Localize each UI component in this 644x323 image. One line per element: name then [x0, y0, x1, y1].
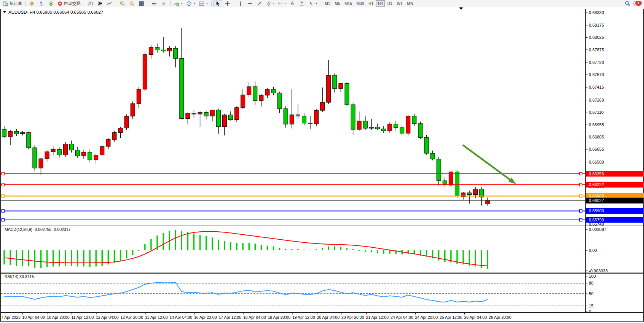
svg-text:7 Apr 2023: 7 Apr 2023 — [1, 315, 21, 320]
toolbar-separator — [148, 1, 148, 6]
svg-text:100: 100 — [589, 274, 596, 278]
indicators-button[interactable]: ▼ — [172, 0, 184, 7]
support-line-blue-2[interactable] — [1, 219, 585, 221]
arrow-objects-button[interactable]: ▼ — [307, 0, 319, 7]
chart-canvas[interactable]: 0.683300.681750.680250.678750.677200.675… — [0, 7, 644, 323]
macd-axis: 0.0030870.00-0.003033 — [586, 227, 608, 273]
svg-text:0.65790: 0.65790 — [589, 218, 604, 222]
line-handle — [580, 172, 582, 175]
timeframe-button-w1[interactable]: W1 — [395, 0, 405, 7]
timeframe-bar: M1M5M15M30H1H4D1W1MN — [323, 0, 415, 7]
mt4-terminal-window: { "toolbar": { "new_order": "新订单", "auto… — [0, 0, 644, 323]
timeframe-button-h4[interactable]: H4 — [376, 0, 385, 7]
svg-text:0.67415: 0.67415 — [589, 85, 604, 89]
timeframe-button-d1[interactable]: D1 — [386, 0, 394, 7]
shift-marker-icon[interactable] — [459, 8, 463, 10]
zoom-in-icon — [120, 1, 125, 6]
timeframe-button-m1[interactable]: M1 — [323, 0, 332, 7]
line-chart-button[interactable] — [105, 0, 114, 7]
svg-text:24 Apr 04:00: 24 Apr 04:00 — [391, 315, 413, 320]
date-axis: 7 Apr 202310 Apr 04:0010 Apr 20:0011 Apr… — [1, 313, 512, 320]
channel-letter: E — [273, 2, 274, 5]
price-label-0.65900: 0.65900 — [586, 208, 644, 214]
candles — [2, 28, 490, 206]
resistance-line-1[interactable] — [1, 172, 585, 175]
svg-text:18 Apr 04:00: 18 Apr 04:00 — [243, 315, 266, 320]
timeframe-button-h1[interactable]: H1 — [367, 0, 375, 7]
svg-text:0.66655: 0.66655 — [589, 147, 604, 151]
timeframe-button-m30[interactable]: M30 — [355, 0, 366, 7]
new-order-button[interactable]: 新订单 — [2, 0, 23, 7]
svg-text:0.66356: 0.66356 — [589, 172, 604, 176]
trendline-button[interactable] — [255, 0, 264, 7]
candlestick-chart-icon — [97, 1, 103, 6]
auto-trading-button[interactable]: 自动交易 — [56, 0, 82, 7]
text-button[interactable]: A — [288, 0, 297, 7]
line-handle — [2, 172, 5, 175]
trend-arrow-object[interactable] — [463, 145, 516, 184]
toolbar-separator — [321, 1, 321, 6]
svg-text:0.66805: 0.66805 — [589, 135, 604, 139]
timeframe-button-m5[interactable]: M5 — [333, 0, 342, 7]
chart-shift-icon — [161, 1, 167, 6]
svg-text:15: 15 — [589, 304, 593, 308]
trendline-icon — [257, 1, 262, 6]
svg-text:21 Apr 12:00: 21 Apr 12:00 — [366, 315, 389, 320]
toolbar-separator — [170, 1, 171, 6]
toolbar-separator — [116, 1, 116, 6]
fibonacci-button[interactable]: F — [276, 0, 287, 7]
macd-label: MACD(12,26,9) -0.002755 -0.002317 — [5, 227, 71, 232]
svg-text:10 Apr 20:00: 10 Apr 20:00 — [47, 315, 70, 320]
auto-scroll-button[interactable] — [150, 0, 159, 7]
channel-button[interactable]: E — [265, 0, 276, 7]
chevron-down-icon: ▼ — [181, 2, 183, 5]
line-handle — [580, 183, 582, 186]
broadcast-button[interactable] — [46, 0, 55, 7]
cursor-button[interactable] — [214, 0, 222, 7]
svg-text:T: T — [301, 2, 303, 5]
svg-text:12 Apr 04:00: 12 Apr 04:00 — [96, 315, 119, 320]
svg-text:0.003087: 0.003087 — [589, 227, 606, 232]
svg-text:-0.003033: -0.003033 — [589, 269, 608, 273]
chat-button[interactable]: 1 — [633, 0, 642, 7]
crosshair-button[interactable] — [223, 0, 232, 7]
periods-button[interactable]: ▼ — [185, 0, 197, 7]
svg-text:17 Apr 12:00: 17 Apr 12:00 — [219, 315, 242, 320]
line-handle — [2, 195, 5, 197]
toolbar-separator — [211, 1, 212, 6]
templates-button[interactable]: ▼ — [198, 0, 209, 7]
text-icon: A — [291, 1, 294, 6]
candlestick-chart-button[interactable] — [96, 0, 104, 7]
support-line-orange[interactable] — [1, 195, 585, 197]
zoom-in-button[interactable] — [118, 0, 127, 7]
support-line-blue-1[interactable] — [1, 210, 585, 212]
svg-text:0.66955: 0.66955 — [589, 123, 604, 127]
collapse-triangle-icon[interactable] — [3, 11, 6, 13]
auto-trading-icon — [57, 1, 63, 6]
hline-objects: 0.663560.662220.660830.660270.659000.657… — [1, 171, 644, 223]
label-button[interactable]: T — [298, 0, 306, 7]
zoom-out-button[interactable] — [128, 0, 136, 7]
arrow-objects-icon — [308, 1, 314, 6]
chart-shift-button[interactable] — [159, 0, 168, 7]
line-chart-icon — [107, 1, 112, 6]
chevron-down-icon: ▼ — [193, 2, 196, 5]
community-icon — [38, 1, 44, 6]
timeframe-button-mn[interactable]: MN — [405, 0, 415, 7]
tile-windows-icon — [139, 1, 144, 6]
rsi-axis: 1008050150 — [586, 274, 596, 313]
resistance-line-2[interactable] — [1, 183, 585, 186]
tile-windows-button[interactable] — [137, 0, 146, 7]
horizontal-line-button[interactable] — [245, 0, 254, 7]
line-handle — [2, 183, 5, 186]
vertical-line-button[interactable] — [236, 0, 245, 7]
svg-text:0.68025: 0.68025 — [589, 35, 604, 40]
timeframe-button-m15[interactable]: M15 — [343, 0, 354, 7]
community-button[interactable] — [37, 0, 46, 7]
svg-text:20 Apr 04:00: 20 Apr 04:00 — [317, 315, 340, 320]
search-icon — [625, 0, 631, 6]
chevron-down-icon: ▼ — [316, 2, 318, 5]
bar-chart-button[interactable] — [86, 0, 95, 7]
search-button[interactable] — [623, 0, 632, 7]
signals-button[interactable] — [27, 0, 36, 7]
